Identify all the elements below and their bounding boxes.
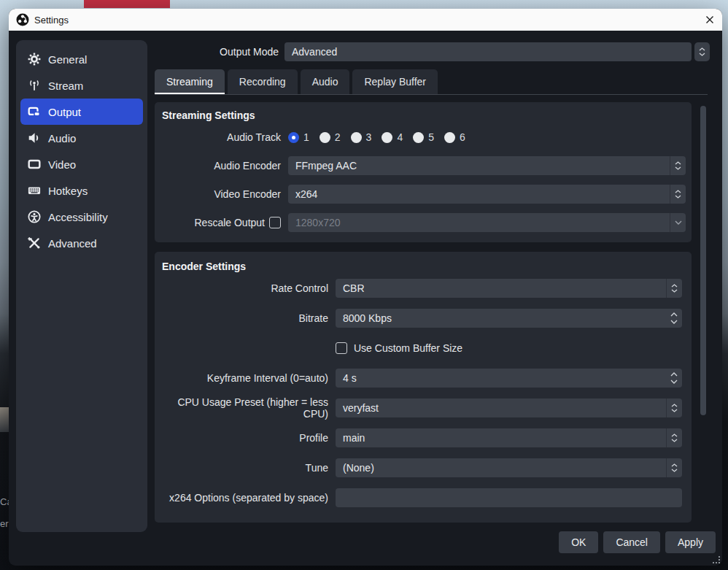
chevron-up-icon: [671, 463, 678, 467]
bitrate-spinbox[interactable]: 8000 Kbps: [336, 309, 682, 328]
rescale-output-label: Rescale Output: [195, 217, 266, 228]
sidebar-item-output[interactable]: Output: [20, 99, 143, 125]
cpu-usage-preset-label: CPU Usage Preset (higher = less CPU): [155, 396, 328, 420]
scrollbar-thumb[interactable]: [700, 106, 706, 415]
profile-label: Profile: [155, 432, 328, 444]
sidebar: General Stream Output Audio: [16, 40, 147, 532]
antenna-icon: [28, 79, 41, 92]
radio-icon: [413, 132, 424, 143]
chevron-down-icon: [670, 320, 678, 324]
output-mode-value: Advanced: [284, 46, 692, 58]
output-icon: [28, 105, 41, 118]
audio-track-radio-3[interactable]: 3: [351, 131, 372, 143]
tab-recording[interactable]: Recording: [228, 69, 298, 94]
sidebar-item-stream[interactable]: Stream: [20, 72, 143, 99]
video-encoder-label: Video Encoder: [155, 188, 281, 200]
bitrate-row: Bitrate 8000 Kbps: [155, 309, 692, 328]
close-button[interactable]: [697, 9, 722, 31]
obs-logo-icon: [16, 13, 29, 26]
radio-icon: [351, 132, 362, 143]
audio-track-radio-6[interactable]: 6: [444, 131, 465, 143]
keyframe-interval-label: Keyframe Interval (0=auto): [155, 372, 328, 384]
scrollbar-track[interactable]: [700, 104, 706, 531]
x264-options-label: x264 Options (separated by space): [155, 492, 328, 504]
apply-button[interactable]: Apply: [665, 531, 716, 553]
chevron-down-icon: [671, 409, 678, 412]
accessibility-icon: [28, 210, 41, 223]
tools-icon: [28, 236, 41, 250]
x264-options-input[interactable]: [336, 488, 682, 507]
output-mode-spinner[interactable]: [694, 42, 710, 61]
sidebar-item-accessibility[interactable]: Accessibility: [20, 204, 143, 230]
rescale-output-checkbox[interactable]: [269, 217, 281, 228]
audio-track-radio-group: 1 2 3 4 5 6: [288, 131, 465, 143]
speaker-icon: [28, 131, 41, 145]
chevron-up-icon: [671, 434, 678, 437]
radio-icon: [444, 132, 455, 143]
sidebar-item-label: Video: [48, 158, 76, 171]
chevron-down-icon: [675, 166, 681, 170]
tab-audio[interactable]: Audio: [301, 69, 350, 94]
sidebar-item-advanced[interactable]: Advanced: [20, 230, 143, 256]
settings-window: Settings General Stream: [9, 9, 722, 566]
profile-select[interactable]: main: [336, 428, 682, 447]
tune-select[interactable]: (None): [336, 458, 682, 477]
output-mode-select[interactable]: Advanced: [284, 42, 692, 61]
sidebar-item-label: Output: [48, 106, 81, 118]
audio-encoder-row: Audio Encoder FFmpeg AAC: [155, 156, 692, 175]
streaming-settings-section: Streaming Settings Audio Track 1 2 3 4 5…: [155, 102, 692, 242]
keyframe-interval-row: Keyframe Interval (0=auto) 4 s: [155, 369, 692, 388]
radio-checked-icon: [288, 132, 299, 143]
video-encoder-select[interactable]: x264: [288, 185, 686, 204]
chevron-down-icon: [671, 469, 678, 472]
background-text-fragment: er: [0, 518, 9, 529]
sidebar-item-label: Audio: [48, 132, 76, 145]
gear-icon: [28, 53, 41, 66]
chevron-down-icon: [671, 289, 678, 293]
use-custom-buffer-checkbox[interactable]: [336, 342, 347, 354]
audio-track-radio-2[interactable]: 2: [320, 131, 341, 143]
titlebar: Settings: [9, 9, 722, 31]
section-title: Encoder Settings: [162, 261, 692, 272]
chevron-down-icon: [699, 53, 705, 56]
audio-track-row: Audio Track 1 2 3 4 5 6: [155, 128, 692, 147]
ok-button[interactable]: OK: [559, 531, 598, 553]
background-window-fragment: [84, 0, 170, 8]
sidebar-item-label: Stream: [48, 80, 83, 92]
rescale-resolution-select[interactable]: 1280x720: [288, 213, 686, 232]
audio-track-radio-5[interactable]: 5: [413, 131, 434, 143]
sidebar-item-hotkeys[interactable]: Hotkeys: [20, 177, 143, 204]
output-mode-label: Output Mode: [184, 42, 279, 61]
sidebar-item-audio[interactable]: Audio: [20, 125, 143, 151]
output-tabs: Streaming Recording Audio Replay Buffer: [155, 69, 708, 95]
chevron-down-icon: [670, 380, 678, 384]
cpu-usage-preset-select[interactable]: veryfast: [336, 398, 682, 417]
screen: Ca er Settings: [0, 0, 728, 570]
encoder-settings-section: Encoder Settings Rate Control CBR Bitrat…: [155, 252, 692, 523]
audio-encoder-select[interactable]: FFmpeg AAC: [288, 156, 686, 175]
resize-grip[interactable]: [713, 556, 720, 563]
tab-streaming[interactable]: Streaming: [155, 69, 225, 94]
tab-replay-buffer[interactable]: Replay Buffer: [352, 69, 438, 94]
sidebar-item-label: General: [48, 53, 87, 66]
profile-row: Profile main: [155, 428, 692, 447]
sidebar-item-video[interactable]: Video: [20, 151, 143, 177]
section-title: Streaming Settings: [162, 109, 692, 121]
keyframe-interval-spinbox[interactable]: 4 s: [336, 369, 682, 388]
audio-track-radio-4[interactable]: 4: [382, 131, 403, 143]
close-icon: [705, 15, 714, 24]
sidebar-item-label: Hotkeys: [48, 185, 88, 197]
chevron-down-icon: [675, 220, 682, 225]
sidebar-item-label: Accessibility: [48, 211, 108, 223]
sidebar-item-general[interactable]: General: [20, 46, 143, 72]
cancel-button[interactable]: Cancel: [603, 531, 660, 553]
cpu-usage-preset-row: CPU Usage Preset (higher = less CPU) ver…: [155, 398, 692, 417]
monitor-icon: [28, 158, 41, 171]
rate-control-select[interactable]: CBR: [336, 279, 682, 298]
video-encoder-row: Video Encoder x264: [155, 185, 692, 204]
chevron-up-icon: [699, 47, 705, 51]
chevron-up-icon: [675, 190, 681, 193]
audio-track-radio-1[interactable]: 1: [288, 131, 309, 143]
tune-label: Tune: [155, 462, 328, 474]
chevron-up-icon: [671, 284, 678, 288]
